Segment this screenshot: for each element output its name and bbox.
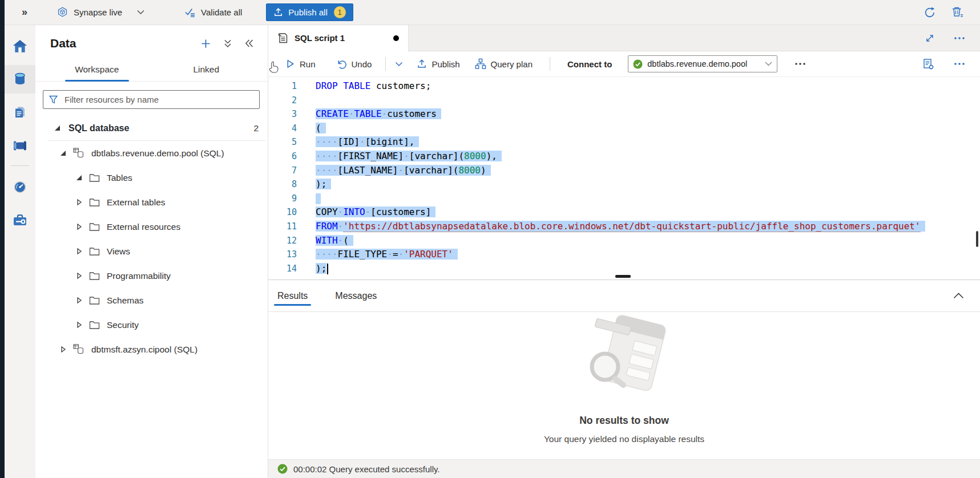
line-number: 5 [268, 135, 297, 149]
line-number: 6 [268, 149, 297, 164]
collapse-all-icon[interactable] [223, 39, 232, 48]
tree-item-label: External tables [107, 197, 166, 208]
synapse-live-icon [57, 7, 68, 18]
rail-item-manage[interactable] [5, 206, 35, 234]
undo-button[interactable]: Undo [336, 59, 372, 70]
tree-item-label: Schemas [107, 295, 144, 306]
tab-results[interactable]: Results [274, 280, 311, 311]
folder-icon [89, 321, 100, 330]
rail-item-integrate[interactable] [5, 131, 35, 160]
tab-sql-script-1[interactable]: SQL script 1 [268, 25, 409, 51]
rail-item-home[interactable] [5, 32, 35, 60]
query-plan-button[interactable]: Query plan [475, 58, 533, 70]
tree-item-external-tables[interactable]: External tables [35, 190, 268, 214]
code-line-8[interactable]: 8); [268, 177, 980, 192]
code-line-5[interactable]: 5····[ID]·[bigint], [268, 135, 980, 149]
tree-item-label: dbtmsft.azsyn.cipool (SQL) [91, 345, 197, 355]
line-number: 14 [268, 262, 297, 276]
folder-icon [89, 173, 100, 183]
rail-item-data[interactable] [5, 65, 35, 94]
filter-box [43, 90, 260, 109]
editor-more-icon[interactable] [954, 62, 965, 66]
toolbar-divider [550, 57, 550, 71]
collapse-results-chevron-icon[interactable] [953, 293, 964, 299]
vertical-scrollbar-thumb[interactable] [976, 231, 978, 247]
code-line-13[interactable]: 13····FILE_TYPE·=·'PARQUET' [268, 248, 980, 262]
run-button[interactable]: Run [285, 59, 316, 69]
resource-tree: SQL database 2 dbtlabs.revenue.demo.pool… [35, 116, 268, 362]
branch-selector[interactable]: Synapse live [57, 7, 144, 18]
code-line-1[interactable]: 1DROP TABLE customers; [268, 79, 980, 94]
expand-menu-icon[interactable]: » [22, 6, 27, 18]
tree-item-tables[interactable]: Tables [35, 165, 268, 190]
tree-item-label: Views [107, 246, 130, 257]
code-line-9[interactable]: 9 [268, 192, 980, 206]
tree-item-external-resources[interactable]: External resources [35, 214, 268, 239]
results-header: Results Messages [268, 280, 980, 312]
refresh-icon[interactable] [923, 6, 936, 19]
run-options-chevron-icon[interactable] [395, 62, 403, 67]
line-number: 13 [268, 248, 297, 262]
tab-more-options-icon[interactable] [954, 37, 965, 40]
add-resource-icon[interactable] [200, 38, 211, 49]
caret-collapsed-icon [60, 346, 66, 353]
collapse-panel-icon[interactable] [244, 39, 254, 48]
empty-results-title: No results to show [268, 415, 980, 427]
code-line-11[interactable]: 11FROM·'https://dbtlabsynapsedatalake.bl… [268, 220, 980, 234]
filter-input[interactable] [63, 94, 254, 105]
sql-pool-database-icon [73, 344, 84, 355]
sql-code-editor[interactable]: 1DROP TABLE customers;23CREATE·TABLE·cus… [268, 77, 980, 279]
code-line-7[interactable]: 7····[LAST_NAME]·[varchar](8000) [268, 164, 980, 178]
tree-item-dbtlabs-revenue-demo-pool-sql[interactable]: dbtlabs.revenue.demo.pool (SQL) [35, 141, 268, 165]
line-number: 3 [268, 107, 297, 121]
rail-item-monitor[interactable] [5, 173, 35, 201]
code-line-4[interactable]: 4( [268, 121, 980, 136]
tree-section-sql-database[interactable]: SQL database 2 [35, 116, 268, 140]
line-number: 11 [268, 220, 297, 234]
tab-workspace[interactable]: Workspace [42, 59, 152, 81]
panel-title: Data [50, 37, 76, 50]
horizontal-scrollbar-thumb[interactable] [615, 275, 631, 278]
tree-item-schemas[interactable]: Schemas [35, 288, 268, 313]
publish-all-button[interactable]: Publish all 1 [266, 3, 353, 21]
query-plan-label: Query plan [491, 59, 533, 69]
connected-check-icon [633, 59, 643, 69]
code-line-12[interactable]: 12WITH·( [268, 234, 980, 248]
query-status-bar: 00:00:02 Query executed successfully. [268, 459, 980, 478]
code-line-6[interactable]: 6····[FIRST_NAME]·[varchar](8000), [268, 149, 980, 164]
filter-funnel-icon [49, 95, 58, 104]
line-number: 1 [268, 79, 297, 94]
caret-expanded-icon [76, 175, 82, 181]
publish-button[interactable]: Publish [417, 59, 459, 69]
tab-linked[interactable]: Linked [152, 59, 261, 81]
tree-items: dbtlabs.revenue.demo.pool (SQL)TablesExt… [35, 141, 268, 362]
code-line-14[interactable]: 14); [268, 262, 980, 276]
tab-messages[interactable]: Messages [332, 280, 380, 311]
folder-icon [89, 296, 100, 305]
discard-trash-icon[interactable] [951, 6, 964, 19]
rail-divider [11, 165, 29, 166]
folder-icon [89, 247, 100, 256]
empty-results-state: No results to show Your query yielded no… [268, 314, 980, 444]
code-line-3[interactable]: 3CREATE·TABLE·customers [268, 107, 980, 121]
publish-upload-icon [273, 7, 283, 17]
tree-item-views[interactable]: Views [35, 239, 268, 264]
caret-collapsed-icon [76, 248, 82, 254]
tree-item-security[interactable]: Security [35, 313, 268, 337]
rail-item-develop[interactable] [5, 98, 35, 127]
tree-item-dbtmsft-azsyn-cipool-sql[interactable]: dbtmsft.azsyn.cipool (SQL) [35, 337, 268, 362]
results-panel: Results Messages No results to show Your… [268, 279, 980, 459]
pool-select-dropdown[interactable]: dbtlabs.revenue.demo.pool [628, 55, 777, 72]
tree-item-programmability[interactable]: Programmability [35, 264, 268, 288]
code-line-10[interactable]: 10COPY·INTO·[customers] [268, 205, 980, 220]
undo-label: Undo [352, 59, 372, 69]
expand-editor-icon[interactable] [925, 33, 935, 43]
text-cursor [327, 264, 328, 274]
line-number: 7 [268, 164, 297, 178]
run-label: Run [300, 59, 316, 69]
script-settings-icon[interactable] [922, 58, 934, 70]
validate-all-button[interactable]: Validate all [184, 7, 242, 18]
code-line-2[interactable]: 2 [268, 94, 980, 108]
toolbar-more-icon[interactable] [795, 62, 806, 66]
data-explorer-panel: Data Workspace Linked SQL database [35, 25, 268, 478]
